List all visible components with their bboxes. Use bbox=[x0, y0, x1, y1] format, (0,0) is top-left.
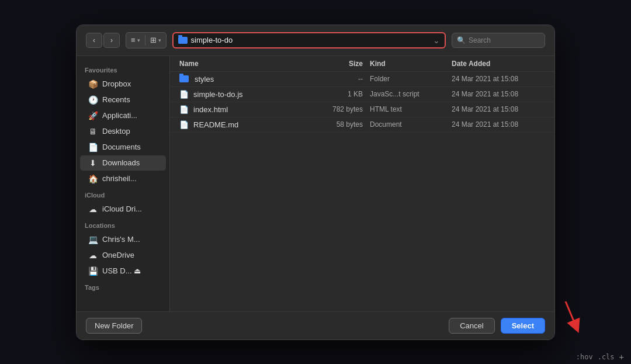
list-view-button[interactable]: ≡ ▾ bbox=[126, 33, 145, 48]
file-picker-dialog: ‹ › ≡ ▾ ⊞ ▾ simple-to-do ⌄ 🔍 bbox=[76, 25, 555, 340]
hov-status: :hov bbox=[576, 353, 593, 361]
icloud-label: iCloud bbox=[77, 187, 169, 201]
back-button[interactable]: ‹ bbox=[86, 33, 102, 48]
dialog-footer: New Folder Cancel Select bbox=[77, 311, 554, 339]
new-folder-button[interactable]: New Folder bbox=[86, 318, 142, 334]
sidebar-item-label: Documents bbox=[102, 143, 141, 151]
grid-view-chevron: ▾ bbox=[158, 37, 161, 43]
recents-icon: 🕐 bbox=[88, 95, 98, 105]
grid-view-icon: ⊞ bbox=[150, 36, 157, 44]
file-icon: 📄 bbox=[179, 120, 189, 129]
home-icon: 🏠 bbox=[88, 174, 98, 183]
dialog-overlay: ‹ › ≡ ▾ ⊞ ▾ simple-to-do ⌄ 🔍 bbox=[0, 0, 631, 364]
file-name-cell: 📄 index.html bbox=[179, 105, 317, 114]
applications-icon: 🚀 bbox=[88, 111, 98, 120]
col-name-header: Name bbox=[179, 60, 317, 68]
usb-icon: 💾 bbox=[88, 266, 98, 276]
mac-icon: 💻 bbox=[88, 235, 98, 244]
file-name: simple-to-do.js bbox=[193, 90, 243, 99]
file-size: 782 bytes bbox=[317, 105, 370, 113]
table-row[interactable]: styles -- Folder 24 Mar 2021 at 15:08 bbox=[170, 72, 554, 87]
cancel-button[interactable]: Cancel bbox=[449, 318, 494, 334]
main-content: Favourites 📦 Dropbox 🕐 Recents 🚀 Applica… bbox=[77, 56, 554, 311]
file-size: 1 KB bbox=[317, 90, 370, 98]
sidebar-item-label: Chris's M... bbox=[102, 235, 140, 244]
onedrive-icon: ☁ bbox=[88, 251, 98, 260]
file-area: Name Size Kind Date Added styles -- Fold… bbox=[170, 56, 554, 311]
svg-line-1 bbox=[566, 301, 576, 327]
sidebar-item-onedrive[interactable]: ☁ OneDrive bbox=[80, 248, 166, 263]
tags-label: Tags bbox=[77, 279, 169, 293]
favourites-label: Favourites bbox=[77, 62, 169, 76]
file-name-cell: 📄 README.md bbox=[179, 120, 317, 129]
sidebar-item-recents[interactable]: 🕐 Recents bbox=[80, 92, 166, 108]
col-date-header: Date Added bbox=[452, 60, 545, 68]
cls-status: .cls bbox=[598, 353, 615, 361]
table-row[interactable]: 📄 index.html 782 bytes HTML text 24 Mar … bbox=[170, 102, 554, 117]
sidebar-item-home[interactable]: 🏠 chrisheil... bbox=[80, 171, 166, 186]
location-bar[interactable]: simple-to-do ⌄ bbox=[172, 32, 446, 48]
folder-icon bbox=[179, 75, 189, 82]
sidebar-item-dropbox[interactable]: 📦 Dropbox bbox=[80, 77, 166, 92]
file-name: README.md bbox=[193, 120, 238, 129]
desktop-icon: 🖥 bbox=[88, 127, 98, 136]
list-view-chevron: ▾ bbox=[137, 37, 140, 43]
file-name: styles bbox=[195, 75, 214, 84]
sidebar-item-mac[interactable]: 💻 Chris's M... bbox=[80, 232, 166, 247]
sidebar-item-usb[interactable]: 💾 USB D... ⏏ bbox=[80, 264, 166, 279]
file-kind: Folder bbox=[370, 75, 452, 83]
file-kind: Document bbox=[370, 120, 452, 129]
dropbox-icon: 📦 bbox=[88, 79, 98, 89]
file-name-cell: 📄 simple-to-do.js bbox=[179, 90, 317, 99]
sidebar-item-label: Dropbox bbox=[102, 79, 131, 88]
file-list: styles -- Folder 24 Mar 2021 at 15:08 📄 … bbox=[170, 72, 554, 311]
location-text: simple-to-do bbox=[191, 36, 429, 44]
file-kind: HTML text bbox=[370, 105, 452, 113]
forward-button[interactable]: › bbox=[103, 33, 120, 48]
file-icon: 📄 bbox=[179, 105, 189, 114]
file-table-header: Name Size Kind Date Added bbox=[170, 56, 554, 72]
red-arrow-indicator bbox=[554, 299, 583, 334]
sidebar-item-label: Desktop bbox=[102, 127, 130, 136]
plus-button[interactable]: + bbox=[619, 352, 624, 362]
downloads-icon: ⬇ bbox=[88, 158, 98, 168]
sidebar-item-desktop[interactable]: 🖥 Desktop bbox=[80, 124, 166, 139]
file-date: 24 Mar 2021 at 15:08 bbox=[452, 75, 545, 83]
sidebar-item-label: OneDrive bbox=[102, 251, 134, 259]
sidebar-item-label: Applicati... bbox=[102, 111, 137, 120]
sidebar-item-applications[interactable]: 🚀 Applicati... bbox=[80, 108, 166, 123]
nav-buttons: ‹ › bbox=[86, 33, 120, 48]
sidebar-item-label: iCloud Dri... bbox=[102, 204, 142, 213]
col-kind-header: Kind bbox=[370, 60, 452, 68]
toolbar: ‹ › ≡ ▾ ⊞ ▾ simple-to-do ⌄ 🔍 bbox=[77, 25, 554, 56]
sidebar: Favourites 📦 Dropbox 🕐 Recents 🚀 Applica… bbox=[77, 56, 170, 311]
status-bar: :hov .cls + bbox=[569, 350, 631, 364]
table-row[interactable]: 📄 simple-to-do.js 1 KB JavaSc...t script… bbox=[170, 87, 554, 102]
sidebar-item-label: Downloads bbox=[102, 158, 140, 167]
table-row[interactable]: 📄 README.md 58 bytes Document 24 Mar 202… bbox=[170, 117, 554, 133]
file-name-cell: styles bbox=[179, 75, 317, 84]
file-size: 58 bytes bbox=[317, 120, 370, 129]
grid-view-button[interactable]: ⊞ ▾ bbox=[145, 33, 166, 48]
search-input[interactable] bbox=[469, 36, 533, 44]
sidebar-item-label: chrisheil... bbox=[102, 174, 137, 183]
search-bar: 🔍 bbox=[452, 33, 545, 48]
file-date: 24 Mar 2021 at 15:08 bbox=[452, 105, 545, 113]
col-size-header: Size bbox=[317, 60, 370, 68]
view-toggle: ≡ ▾ ⊞ ▾ bbox=[126, 32, 167, 48]
location-folder-icon bbox=[178, 37, 188, 44]
file-kind: JavaSc...t script bbox=[370, 90, 452, 98]
select-button[interactable]: Select bbox=[501, 318, 545, 334]
file-icon: 📄 bbox=[179, 90, 189, 99]
file-size: -- bbox=[317, 75, 370, 83]
sidebar-item-icloud[interactable]: ☁ iCloud Dri... bbox=[80, 202, 166, 217]
locations-label: Locations bbox=[77, 217, 169, 231]
file-name: index.html bbox=[193, 105, 228, 114]
search-icon: 🔍 bbox=[457, 36, 466, 44]
file-date: 24 Mar 2021 at 15:08 bbox=[452, 120, 545, 129]
file-date: 24 Mar 2021 at 15:08 bbox=[452, 90, 545, 98]
location-spinner[interactable]: ⌄ bbox=[433, 36, 440, 45]
documents-icon: 📄 bbox=[88, 143, 98, 152]
sidebar-item-documents[interactable]: 📄 Documents bbox=[80, 140, 166, 155]
sidebar-item-downloads[interactable]: ⬇ Downloads bbox=[80, 155, 166, 171]
